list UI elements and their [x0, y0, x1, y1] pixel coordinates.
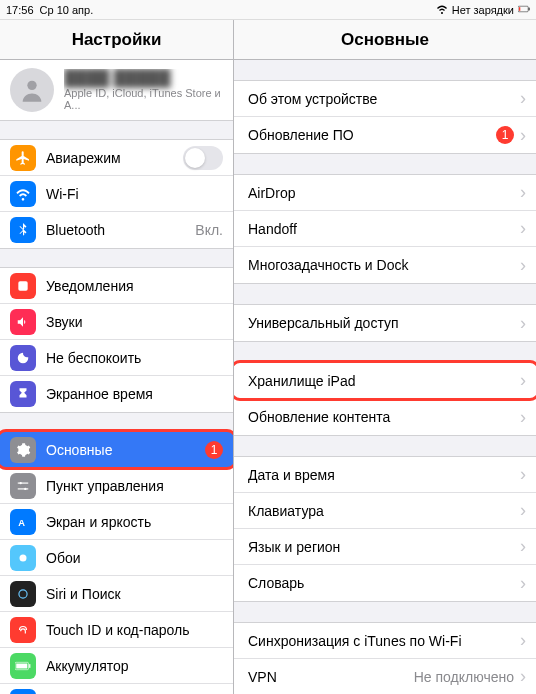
- vpn-row[interactable]: VPNНе подключено›: [234, 659, 536, 694]
- profile-name: ████ █████: [64, 69, 223, 87]
- status-date: Ср 10 апр.: [40, 4, 94, 16]
- ipad-storage-row[interactable]: Хранилище iPad›: [234, 363, 536, 399]
- chevron-right-icon: ›: [520, 573, 526, 594]
- general-badge: 1: [205, 441, 223, 459]
- wifi-row[interactable]: Wi-Fi: [0, 176, 233, 212]
- keyboard-row[interactable]: Клавиатура›: [234, 493, 536, 529]
- sounds-icon: [10, 309, 36, 335]
- chevron-right-icon: ›: [520, 255, 526, 276]
- moon-icon: [10, 345, 36, 371]
- battery-status: Нет зарядки: [452, 4, 514, 16]
- multitask-row[interactable]: Многозадачность и Dock›: [234, 247, 536, 283]
- datetime-row[interactable]: Дата и время›: [234, 457, 536, 493]
- svg-rect-13: [29, 664, 30, 668]
- status-time: 17:56: [6, 4, 34, 16]
- apple-id-row[interactable]: ████ █████ Apple ID, iCloud, iTunes Stor…: [0, 60, 233, 120]
- dictionary-row[interactable]: Словарь›: [234, 565, 536, 601]
- privacy-row[interactable]: Конфиденциальность: [0, 684, 233, 694]
- detail-header: Основные: [234, 20, 536, 60]
- update-badge: 1: [496, 126, 514, 144]
- battery-icon: [10, 653, 36, 679]
- fingerprint-icon: [10, 617, 36, 643]
- profile-sub: Apple ID, iCloud, iTunes Store и A...: [64, 87, 223, 111]
- bluetooth-icon: [10, 217, 36, 243]
- airplane-toggle[interactable]: [183, 146, 223, 170]
- dnd-row[interactable]: Не беспокоить: [0, 340, 233, 376]
- background-refresh-row[interactable]: Обновление контента›: [234, 399, 536, 435]
- handoff-row[interactable]: Handoff›: [234, 211, 536, 247]
- svg-rect-8: [18, 488, 29, 489]
- wifi-icon: [436, 3, 448, 17]
- avatar-icon: [10, 68, 54, 112]
- chevron-right-icon: ›: [520, 464, 526, 485]
- airplane-icon: [10, 145, 36, 171]
- chevron-right-icon: ›: [520, 88, 526, 109]
- airplane-row[interactable]: Авиарежим: [0, 140, 233, 176]
- sidebar: Настройки ████ █████ Apple ID, iCloud, i…: [0, 20, 234, 694]
- language-row[interactable]: Язык и регион›: [234, 529, 536, 565]
- notifications-row[interactable]: Уведомления: [0, 268, 233, 304]
- battery-icon: [518, 3, 530, 17]
- bluetooth-row[interactable]: Bluetooth Вкл.: [0, 212, 233, 248]
- general-row[interactable]: Основные 1: [0, 432, 233, 468]
- chevron-right-icon: ›: [520, 666, 526, 687]
- itunes-wifi-sync-row[interactable]: Синхронизация с iTunes по Wi-Fi›: [234, 623, 536, 659]
- sliders-icon: [10, 473, 36, 499]
- accessibility-row[interactable]: Универсальный доступ›: [234, 305, 536, 341]
- notifications-icon: [10, 273, 36, 299]
- svg-point-3: [27, 81, 36, 90]
- svg-rect-2: [519, 7, 520, 11]
- sounds-row[interactable]: Звуки: [0, 304, 233, 340]
- touchid-row[interactable]: Touch ID и код-пароль: [0, 612, 233, 648]
- hourglass-icon: [10, 381, 36, 407]
- chevron-right-icon: ›: [520, 407, 526, 428]
- svg-rect-4: [18, 281, 27, 290]
- chevron-right-icon: ›: [520, 630, 526, 651]
- chevron-right-icon: ›: [520, 370, 526, 391]
- airdrop-row[interactable]: AirDrop›: [234, 175, 536, 211]
- chevron-right-icon: ›: [520, 500, 526, 521]
- detail-pane: Основные Об этом устройстве› Обновление …: [234, 20, 536, 694]
- siri-icon: [10, 581, 36, 607]
- wallpaper-row[interactable]: Обои: [0, 540, 233, 576]
- chevron-right-icon: ›: [520, 218, 526, 239]
- svg-rect-1: [529, 7, 530, 10]
- chevron-right-icon: ›: [520, 125, 526, 146]
- hand-icon: [10, 689, 36, 694]
- wallpaper-icon: [10, 545, 36, 571]
- svg-text:A: A: [18, 517, 25, 527]
- sidebar-header: Настройки: [0, 20, 233, 60]
- gear-icon: [10, 437, 36, 463]
- display-row[interactable]: A Экран и яркость: [0, 504, 233, 540]
- chevron-right-icon: ›: [520, 313, 526, 334]
- svg-point-10: [20, 554, 27, 561]
- software-update-row[interactable]: Обновление ПО1›: [234, 117, 536, 153]
- siri-row[interactable]: Siri и Поиск: [0, 576, 233, 612]
- chevron-right-icon: ›: [520, 536, 526, 557]
- svg-rect-6: [18, 482, 29, 483]
- screentime-row[interactable]: Экранное время: [0, 376, 233, 412]
- svg-rect-14: [16, 663, 27, 668]
- battery-row[interactable]: Аккумулятор: [0, 648, 233, 684]
- chevron-right-icon: ›: [520, 182, 526, 203]
- control-center-row[interactable]: Пункт управления: [0, 468, 233, 504]
- wifi-icon: [10, 181, 36, 207]
- about-row[interactable]: Об этом устройстве›: [234, 81, 536, 117]
- status-bar: 17:56 Ср 10 апр. Нет зарядки: [0, 0, 536, 20]
- display-icon: A: [10, 509, 36, 535]
- svg-point-11: [19, 589, 27, 597]
